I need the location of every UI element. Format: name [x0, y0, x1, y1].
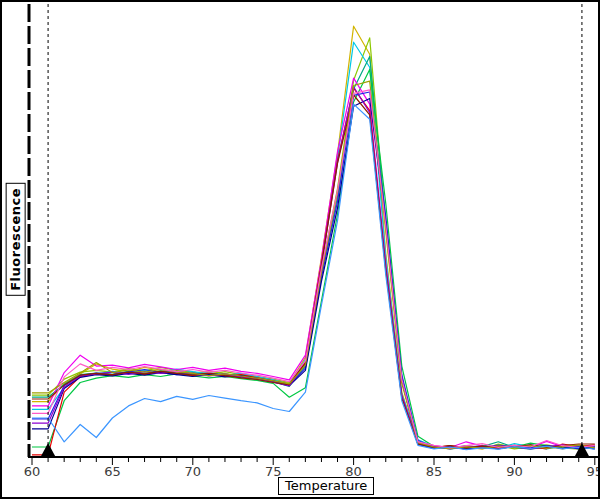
series-line-trace-10: [32, 87, 595, 449]
x-axis-label: Temperature: [278, 477, 374, 495]
series-line-trace-03: [32, 42, 595, 449]
melt-curve-window: 6065707580859095 Fluorescence Temperatur…: [0, 0, 600, 499]
series-line-trace-11: [32, 95, 595, 448]
x-axis-tick-label: 60: [24, 464, 41, 479]
series-line-trace-04: [32, 57, 595, 450]
series-line-trace-09: [32, 99, 595, 450]
series-line-trace-01: [32, 26, 595, 449]
x-axis-tick-label: 95: [587, 464, 600, 479]
series-line-trace-06: [32, 78, 595, 448]
series-line-trace-02: [32, 38, 595, 449]
y-axis-label: Fluorescence: [6, 183, 26, 296]
series-line-trace-05: [32, 70, 595, 449]
x-axis-tick-label: 85: [426, 464, 443, 479]
x-axis-tick-label: 90: [506, 464, 523, 479]
series-line-trace-14: [32, 104, 595, 450]
x-axis-tick-label: 65: [104, 464, 121, 479]
range-cursor-handle-1[interactable]: [41, 443, 55, 456]
melt-curve-plot-area: 6065707580859095: [2, 2, 600, 499]
x-axis-tick-label: 70: [185, 464, 202, 479]
series-line-trace-12: [32, 81, 595, 449]
series-line-trace-08: [32, 92, 595, 449]
series-line-trace-07: [32, 88, 595, 455]
series-line-trace-13: [32, 90, 595, 448]
